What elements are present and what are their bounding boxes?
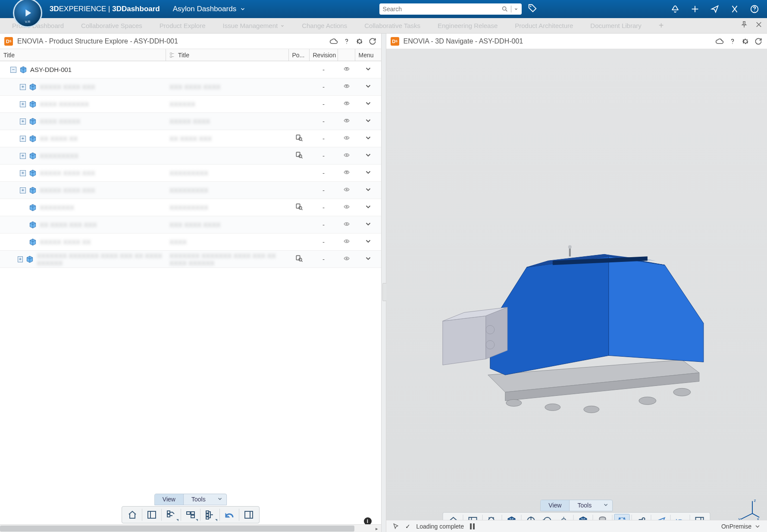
- inspect-icon[interactable]: [295, 151, 304, 161]
- col-menu[interactable]: Menu: [355, 49, 381, 61]
- table-row[interactable]: XXXXX XXXX XX XXXX -: [0, 233, 381, 251]
- cursor-icon[interactable]: [392, 523, 399, 530]
- community-icon[interactable]: [730, 4, 739, 14]
- tab-tools[interactable]: Tools: [570, 500, 599, 511]
- expander[interactable]: +: [20, 118, 26, 124]
- col-eye[interactable]: [338, 49, 355, 61]
- row-menu[interactable]: [364, 186, 372, 195]
- splitter[interactable]: [381, 34, 386, 532]
- panel-button[interactable]: [241, 508, 257, 522]
- help-icon[interactable]: [342, 37, 351, 46]
- row-menu[interactable]: [364, 100, 372, 109]
- tab-issue-management[interactable]: Issue Management: [223, 22, 285, 29]
- visibility-icon[interactable]: [342, 221, 351, 228]
- tab-doc-library[interactable]: Document Library: [590, 22, 641, 29]
- visibility-icon[interactable]: [342, 152, 351, 159]
- visibility-icon[interactable]: [342, 204, 351, 211]
- expander[interactable]: −: [10, 67, 16, 73]
- expander[interactable]: +: [18, 256, 23, 262]
- cloud-icon[interactable]: [329, 37, 338, 46]
- visibility-icon[interactable]: [342, 238, 351, 246]
- expander[interactable]: +: [20, 101, 26, 107]
- row-menu[interactable]: [364, 168, 372, 177]
- tab-product-arch[interactable]: Product Architecture: [515, 22, 573, 29]
- pause-icon[interactable]: [470, 523, 475, 529]
- cloud-icon[interactable]: [715, 37, 724, 46]
- table-row[interactable]: +XX XXXX XX XX XXXX XXX -: [0, 130, 381, 147]
- tab-view[interactable]: View: [541, 500, 570, 511]
- tab-eng-release[interactable]: Engineering Release: [438, 22, 498, 29]
- tab-view[interactable]: View: [155, 494, 184, 505]
- chevron-down-icon[interactable]: [514, 7, 518, 11]
- table-row[interactable]: +XXXXX XXXX XXX XXX XXXX XXXX -: [0, 78, 381, 96]
- chevron-down-icon[interactable]: [754, 523, 761, 530]
- row-menu[interactable]: [364, 255, 372, 264]
- add-icon[interactable]: [690, 4, 700, 14]
- col-title1[interactable]: Title: [0, 49, 166, 61]
- pin-icon[interactable]: [740, 21, 748, 28]
- table-row[interactable]: +XXXX XXXXXXX XXXXXX -: [0, 96, 381, 113]
- compass-button[interactable]: V.R: [13, 0, 42, 28]
- visibility-icon[interactable]: [342, 255, 351, 263]
- row-menu[interactable]: [364, 203, 372, 212]
- tab-product-explore[interactable]: Product Explore: [160, 22, 206, 29]
- tab-tools[interactable]: Tools: [184, 494, 213, 505]
- tree-select-button[interactable]: [163, 508, 179, 522]
- table-row[interactable]: +XXXXX XXXX XXX XXXXXXXXX -: [0, 182, 381, 199]
- layout-button[interactable]: [183, 508, 198, 522]
- home-button[interactable]: [125, 508, 140, 522]
- col-title2[interactable]: Title: [166, 49, 289, 61]
- row-menu[interactable]: [364, 134, 372, 143]
- inspect-icon[interactable]: [295, 134, 304, 143]
- inspect-icon[interactable]: [295, 254, 304, 264]
- col-po[interactable]: Po...: [289, 49, 310, 61]
- table-row[interactable]: +XXXXX XXXX XXX XXXXXXXXX -: [0, 165, 381, 182]
- dashboard-selector[interactable]: Asylon Dashboards: [173, 5, 246, 13]
- gear-icon[interactable]: [741, 37, 750, 46]
- refresh-icon[interactable]: [368, 37, 377, 46]
- visibility-icon[interactable]: [342, 135, 351, 142]
- viewtabs-chevron[interactable]: [213, 494, 226, 505]
- notification-icon[interactable]: [670, 4, 680, 14]
- col-rev[interactable]: Revision: [310, 49, 338, 61]
- row-menu[interactable]: [364, 237, 372, 246]
- search-icon[interactable]: [501, 6, 508, 12]
- visibility-icon[interactable]: [342, 187, 351, 194]
- tag-icon[interactable]: [528, 3, 537, 13]
- add-tab-button[interactable]: +: [659, 21, 664, 31]
- sidebar-toggle-button[interactable]: [144, 508, 160, 522]
- table-row[interactable]: −ASY-DDH-001 -: [0, 61, 381, 78]
- visibility-icon[interactable]: [342, 66, 351, 73]
- visibility-icon[interactable]: [342, 118, 351, 125]
- inspect-icon[interactable]: [295, 202, 304, 212]
- table-row[interactable]: +XXXX XXXXX XXXXX XXXX -: [0, 113, 381, 130]
- expander[interactable]: +: [20, 153, 26, 159]
- help-icon[interactable]: [750, 4, 759, 14]
- 3d-model[interactable]: [406, 196, 734, 421]
- expander[interactable]: +: [20, 84, 26, 90]
- expander[interactable]: +: [20, 187, 26, 193]
- search-input[interactable]: [383, 6, 499, 12]
- row-menu[interactable]: [364, 82, 372, 91]
- visibility-icon[interactable]: [342, 83, 351, 90]
- row-menu[interactable]: [364, 117, 372, 126]
- tab-change-actions[interactable]: Change Actions: [302, 22, 347, 29]
- close-icon[interactable]: [755, 21, 763, 28]
- hierarchy-button[interactable]: [202, 508, 218, 522]
- expander[interactable]: +: [20, 170, 26, 176]
- tab-collab-spaces[interactable]: Collaborative Spaces: [81, 22, 142, 29]
- visibility-icon[interactable]: [342, 169, 351, 177]
- refresh-icon[interactable]: [754, 37, 763, 46]
- tab-collab-tasks[interactable]: Collaborative Tasks: [364, 22, 420, 29]
- visibility-icon[interactable]: [342, 100, 351, 108]
- help-icon[interactable]: [728, 37, 737, 46]
- share-icon[interactable]: [710, 4, 720, 14]
- table-row[interactable]: XXXXXXXX XXXXXXXXX -: [0, 199, 381, 216]
- row-menu[interactable]: [364, 220, 372, 229]
- hscrollbar[interactable]: ▸: [0, 524, 381, 532]
- expander[interactable]: +: [20, 136, 26, 142]
- row-menu[interactable]: [364, 151, 372, 160]
- 3d-viewport[interactable]: z x y: [386, 49, 767, 532]
- search-box[interactable]: [379, 3, 522, 15]
- undo-button[interactable]: [222, 508, 237, 522]
